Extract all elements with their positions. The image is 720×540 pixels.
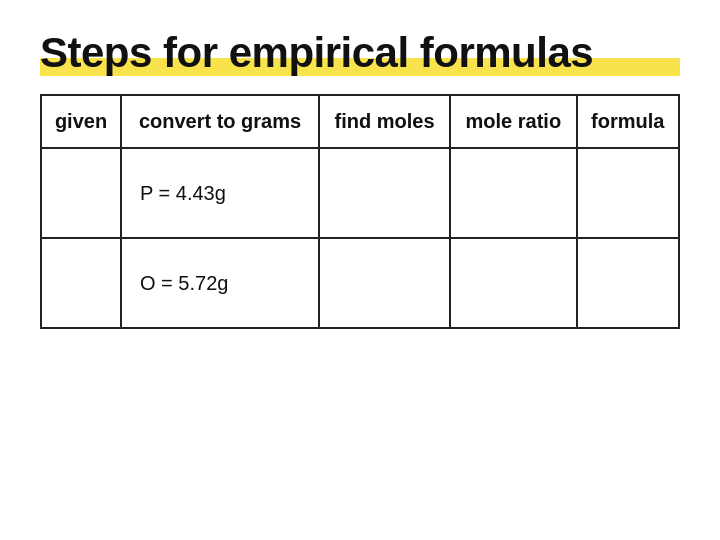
row2-find-moles — [319, 238, 450, 328]
title-wrapper: Steps for empirical formulas — [40, 30, 680, 76]
col-header-given: given — [41, 95, 121, 148]
row1-mole-ratio — [450, 148, 576, 238]
row1-given — [41, 148, 121, 238]
row2-convert-to-grams: O = 5.72g — [121, 238, 319, 328]
row1-formula — [577, 148, 679, 238]
page-title: Steps for empirical formulas — [40, 30, 680, 76]
table-container: given convert to grams find moles mole r… — [40, 94, 680, 510]
row2-mole-ratio — [450, 238, 576, 328]
row1-find-moles — [319, 148, 450, 238]
col-header-mole-ratio: mole ratio — [450, 95, 576, 148]
table-row: O = 5.72g — [41, 238, 679, 328]
table-header-row: given convert to grams find moles mole r… — [41, 95, 679, 148]
row2-formula — [577, 238, 679, 328]
col-header-find-moles: find moles — [319, 95, 450, 148]
row1-convert-to-grams: P = 4.43g — [121, 148, 319, 238]
table-row: P = 4.43g — [41, 148, 679, 238]
steps-table: given convert to grams find moles mole r… — [40, 94, 680, 329]
col-header-formula: formula — [577, 95, 679, 148]
page-container: Steps for empirical formulas given conve… — [0, 0, 720, 540]
col-header-convert-to-grams: convert to grams — [121, 95, 319, 148]
row2-given — [41, 238, 121, 328]
